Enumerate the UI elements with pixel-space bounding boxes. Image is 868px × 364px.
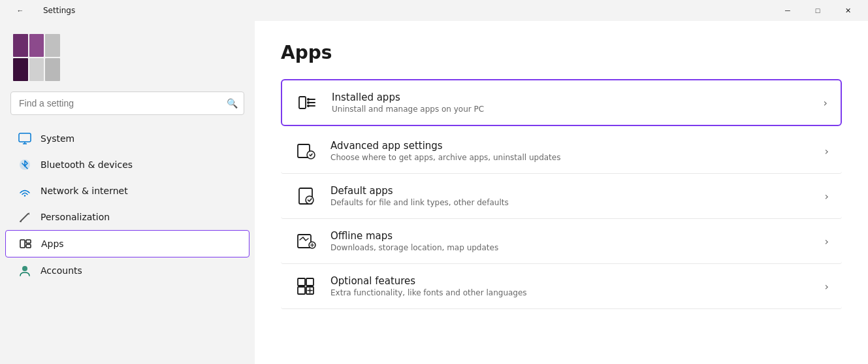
sidebar: 🔍 System Bluetooth & devices: [0, 21, 255, 364]
advanced-app-settings-text: Advanced app settings Choose where to ge…: [330, 140, 812, 162]
sidebar-item-system-label: System: [40, 133, 74, 144]
sidebar-item-bluetooth[interactable]: Bluetooth & devices: [5, 152, 249, 178]
svg-point-15: [307, 98, 310, 101]
apps-icon: [19, 237, 32, 250]
svg-point-17: [307, 105, 310, 107]
content-area: Apps Installed apps: [255, 21, 868, 364]
sidebar-item-apps-label: Apps: [41, 239, 64, 249]
sidebar-item-personalization[interactable]: Personalization: [5, 204, 249, 230]
svg-point-10: [22, 266, 27, 271]
default-apps-desc: Defaults for file and link types, other …: [330, 198, 812, 207]
sidebar-item-bluetooth-label: Bluetooth & devices: [40, 159, 133, 170]
optional-features-title: Optional features: [330, 275, 812, 287]
offline-maps-desc: Downloads, storage location, map updates: [330, 243, 812, 252]
bluetooth-icon: [18, 158, 31, 171]
installed-apps-item[interactable]: Installed apps Uninstall and manage apps…: [281, 79, 842, 126]
avatar-cell-1: [13, 34, 28, 57]
default-apps-title: Default apps: [330, 185, 812, 197]
svg-point-16: [307, 101, 310, 104]
sidebar-item-system[interactable]: System: [5, 125, 249, 152]
svg-rect-0: [19, 133, 31, 142]
installed-apps-text: Installed apps Uninstall and manage apps…: [332, 91, 811, 114]
optional-features-icon: [294, 274, 317, 298]
maximize-button[interactable]: □: [803, 0, 833, 21]
offline-maps-chevron: ›: [825, 235, 829, 248]
svg-rect-26: [298, 278, 305, 286]
search-box: 🔍: [10, 91, 244, 115]
offline-maps-icon: [294, 229, 317, 253]
back-button[interactable]: ←: [5, 0, 35, 21]
optional-features-chevron: ›: [825, 280, 829, 293]
svg-rect-9: [26, 244, 31, 248]
avatar-cell-2: [29, 34, 44, 57]
system-icon: [18, 132, 31, 145]
optional-features-desc: Extra functionality, like fonts and othe…: [330, 288, 812, 297]
installed-apps-title: Installed apps: [332, 91, 811, 103]
offline-maps-text: Offline maps Downloads, storage location…: [330, 230, 812, 252]
page-title: Apps: [281, 42, 842, 63]
personalization-icon: [18, 210, 31, 223]
svg-point-4: [24, 195, 25, 196]
installed-apps-icon: [295, 91, 319, 114]
avatar-cell-6: [45, 58, 60, 81]
titlebar-title: Settings: [43, 6, 75, 15]
avatar-cell-4: [13, 58, 28, 81]
svg-rect-7: [20, 240, 25, 248]
advanced-app-settings-chevron: ›: [825, 145, 829, 157]
sidebar-item-network-label: Network & internet: [40, 186, 128, 196]
installed-apps-desc: Uninstall and manage apps on your PC: [332, 105, 811, 114]
advanced-app-settings-desc: Choose where to get apps, archive apps, …: [330, 153, 812, 162]
sidebar-item-apps[interactable]: Apps: [5, 230, 249, 257]
accounts-icon: [18, 264, 31, 277]
avatar-cell-3: [45, 34, 60, 57]
svg-rect-28: [298, 287, 305, 294]
optional-features-item[interactable]: Optional features Extra functionality, l…: [281, 264, 842, 309]
minimize-button[interactable]: ─: [773, 0, 803, 21]
titlebar: ← Settings ─ □ ✕: [0, 0, 868, 21]
titlebar-left: ← Settings: [5, 0, 75, 21]
titlebar-controls: ─ □ ✕: [773, 0, 863, 21]
network-icon: [18, 184, 31, 197]
default-apps-chevron: ›: [825, 190, 829, 203]
sidebar-item-network[interactable]: Network & internet: [5, 178, 249, 204]
optional-features-text: Optional features Extra functionality, l…: [330, 275, 812, 297]
svg-rect-27: [306, 278, 313, 286]
main-layout: 🔍 System Bluetooth & devices: [0, 21, 868, 364]
offline-maps-title: Offline maps: [330, 230, 812, 242]
advanced-app-settings-item[interactable]: Advanced app settings Choose where to ge…: [281, 129, 842, 174]
offline-maps-item[interactable]: Offline maps Downloads, storage location…: [281, 219, 842, 264]
svg-point-21: [306, 196, 313, 204]
avatar-cell-5: [29, 58, 44, 81]
avatar: [13, 34, 60, 81]
svg-line-5: [20, 214, 28, 222]
installed-apps-chevron: ›: [824, 97, 828, 109]
sidebar-item-accounts-label: Accounts: [40, 265, 82, 276]
sidebar-item-accounts[interactable]: Accounts: [5, 257, 249, 284]
svg-rect-8: [26, 240, 31, 243]
default-apps-item[interactable]: Default apps Defaults for file and link …: [281, 174, 842, 219]
advanced-app-settings-title: Advanced app settings: [330, 140, 812, 152]
settings-list: Installed apps Uninstall and manage apps…: [281, 79, 842, 309]
svg-rect-11: [299, 97, 306, 108]
avatar-area: [0, 21, 255, 91]
search-input[interactable]: [10, 91, 244, 115]
sidebar-item-personalization-label: Personalization: [40, 212, 110, 222]
close-button[interactable]: ✕: [833, 0, 863, 21]
advanced-app-settings-icon: [294, 139, 317, 163]
default-apps-icon: [294, 184, 317, 208]
default-apps-text: Default apps Defaults for file and link …: [330, 185, 812, 207]
